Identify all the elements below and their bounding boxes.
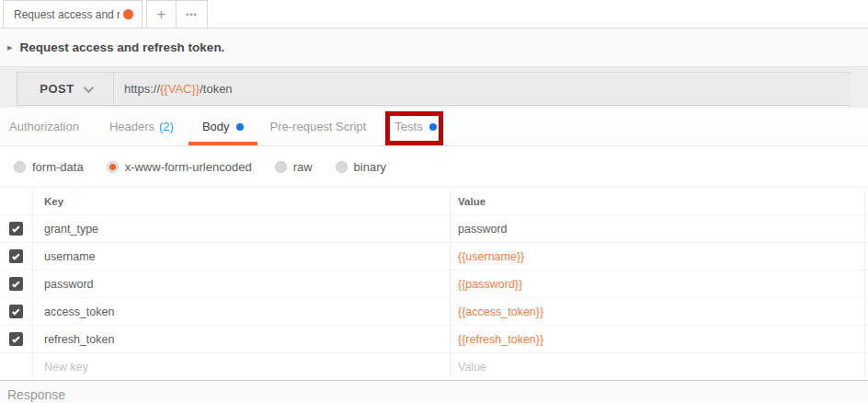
value-field[interactable]: password [451, 215, 865, 242]
table-row-username: username {{username}} [0, 243, 868, 271]
value-column-header: Value [451, 188, 865, 214]
table-row-access-token: access_token {{access_token}} [0, 298, 868, 326]
tests-content-dot-icon [429, 123, 437, 131]
url-prefix: https:// [124, 82, 160, 96]
tab-headers[interactable]: Headers (2) [109, 108, 174, 145]
urlencoded-kv-table: Key Value grant_type password username {… [0, 187, 868, 381]
tab-headers-label: Headers [109, 120, 154, 133]
more-tabs-button[interactable]: ••• [176, 1, 207, 28]
request-tab-label: Request access and re [14, 8, 120, 21]
key-column-header: Key [33, 188, 451, 214]
radio-icon [275, 161, 287, 173]
radio-binary-label: binary [354, 160, 386, 174]
url-variable: {{VAC}} [160, 82, 200, 96]
request-tab[interactable]: Request access and re [3, 0, 143, 28]
row-checkbox[interactable] [9, 222, 23, 236]
key-field[interactable]: refresh_token [33, 326, 451, 352]
new-tab-button[interactable]: + [147, 1, 176, 28]
tab-tests[interactable]: Tests [394, 108, 436, 145]
checkmark-icon [12, 335, 19, 342]
response-section: Response [0, 380, 868, 403]
table-row-password: password {{password}} [0, 271, 868, 298]
value-field[interactable]: {{password}} [451, 271, 865, 297]
body-type-selector: form-data x-www-form-urlencoded raw bina… [0, 146, 868, 187]
row-checkbox[interactable] [9, 332, 23, 346]
radio-form-data[interactable]: form-data [14, 160, 84, 174]
body-content-dot-icon [236, 123, 244, 131]
radio-selected-icon [107, 161, 119, 173]
chevron-down-icon [83, 82, 93, 92]
tab-pre-request-script[interactable]: Pre-request Script [270, 108, 367, 145]
row-checkbox[interactable] [9, 277, 23, 291]
tab-body-label: Body [202, 120, 230, 133]
checkmark-icon [12, 280, 19, 287]
url-suffix: /token [200, 82, 232, 96]
row-checkbox[interactable] [9, 249, 23, 263]
tab-actions-group: + ••• [146, 0, 208, 28]
response-section-title: Response [7, 387, 868, 402]
request-name: Request access and refresh token. [20, 40, 225, 54]
tab-authorization-label: Authorization [9, 120, 79, 133]
unsaved-changes-dot-icon [123, 9, 133, 19]
collapse-caret-icon[interactable]: ▸ [7, 41, 13, 53]
table-header-row: Key Value [0, 188, 868, 215]
url-input[interactable]: https://{{VAC}}/token [114, 73, 851, 105]
header-checkbox-cell [0, 188, 33, 214]
radio-binary[interactable]: binary [336, 160, 386, 174]
value-field[interactable]: {{refresh_token}} [451, 326, 865, 352]
checkmark-icon [12, 252, 19, 259]
editor-tabs-row: Authorization Headers (2) Body Pre-reque… [0, 108, 868, 146]
request-tab-bar: Request access and re + ••• [0, 0, 868, 29]
ellipsis-icon: ••• [186, 10, 197, 19]
plus-icon: + [157, 7, 166, 22]
radio-icon [336, 161, 348, 173]
method-dropdown[interactable]: POST [17, 73, 114, 105]
key-field[interactable]: password [33, 271, 451, 297]
radio-x-www-form-urlencoded[interactable]: x-www-form-urlencoded [107, 160, 252, 174]
tab-tests-label: Tests [394, 120, 422, 133]
checkmark-icon [12, 225, 19, 232]
request-name-band: ▸ Request access and refresh token. [0, 29, 868, 67]
value-field[interactable]: {{username}} [451, 243, 865, 270]
method-label: POST [40, 82, 74, 96]
new-key-input[interactable]: New key [33, 353, 451, 380]
tab-body[interactable]: Body [202, 108, 244, 145]
key-field[interactable]: access_token [33, 298, 451, 325]
new-value-input[interactable]: Value [451, 353, 865, 380]
checkmark-icon [12, 307, 19, 315]
key-field[interactable]: username [33, 243, 451, 270]
url-bar: POST https://{{VAC}}/token [17, 72, 851, 106]
table-row-refresh-token: refresh_token {{refresh_token}} [0, 326, 868, 353]
radio-x-www-form-urlencoded-label: x-www-form-urlencoded [125, 160, 252, 174]
radio-raw-label: raw [293, 160, 313, 174]
value-field[interactable]: {{access_token}} [451, 298, 865, 325]
radio-icon [14, 161, 26, 173]
radio-form-data-label: form-data [32, 160, 84, 174]
key-field[interactable]: grant_type [33, 215, 451, 242]
url-band: POST https://{{VAC}}/token [0, 67, 868, 108]
radio-raw[interactable]: raw [275, 160, 313, 174]
tab-authorization[interactable]: Authorization [9, 108, 79, 145]
tab-pre-request-script-label: Pre-request Script [270, 120, 367, 133]
table-new-row: New key Value [0, 353, 868, 381]
headers-count-badge: (2) [159, 120, 174, 133]
row-checkbox[interactable] [9, 305, 23, 318]
table-row-grant-type: grant_type password [0, 215, 868, 243]
